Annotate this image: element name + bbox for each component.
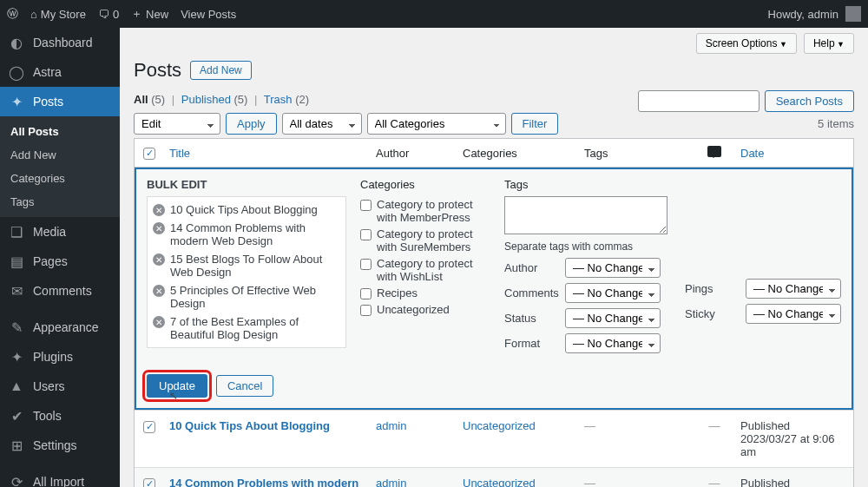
- new-link[interactable]: ＋ New: [131, 6, 168, 22]
- site-name: My Store: [41, 8, 86, 21]
- comments-link[interactable]: 🗨 0: [98, 8, 119, 21]
- howdy[interactable]: Howdy, admin: [768, 8, 838, 21]
- avatar[interactable]: [845, 6, 861, 22]
- admin-top-bar: ⓦ ⌂ My Store 🗨 0 ＋ New View Posts Howdy,…: [0, 0, 868, 28]
- wp-logo[interactable]: ⓦ: [7, 6, 18, 22]
- view-posts-link[interactable]: View Posts: [181, 8, 236, 21]
- new-label: New: [146, 8, 168, 21]
- comments-count: 0: [113, 8, 119, 21]
- site-link[interactable]: ⌂ My Store: [30, 8, 86, 21]
